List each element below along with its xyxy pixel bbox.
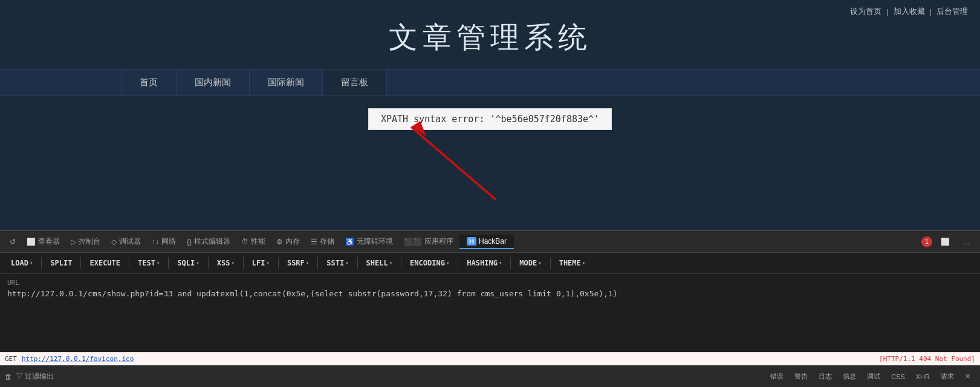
toolbar-divider-9	[357, 257, 358, 269]
hackbar-hashing-button[interactable]: HASHING ▾	[462, 256, 507, 270]
toolbar-divider-4	[168, 257, 169, 269]
toolbar-divider-10	[401, 257, 401, 269]
network-log-row: GET http://127.0.0.1/favicon.ico [HTTP/1…	[0, 352, 980, 365]
bottom-tab-warnings[interactable]: 警告	[790, 369, 813, 383]
url-label: URL	[7, 279, 973, 287]
console-icon: ▷	[71, 238, 76, 246]
site-title: 文章管理系统	[0, 18, 980, 57]
inspector-icon: ⬜	[27, 238, 36, 246]
devtools-tab-inspector[interactable]: ⬜ 查看器	[22, 234, 65, 249]
bottom-tab-debug[interactable]: 调试	[862, 369, 885, 383]
devtools-tab-style[interactable]: {} 样式编辑器	[182, 234, 235, 249]
devtools-tab-accessibility[interactable]: ♿ 无障碍环境	[340, 234, 398, 249]
toolbar-divider-6	[243, 257, 244, 269]
devtools-tabs-bar: ↺ ⬜ 查看器 ▷ 控制台 ◇ 调试器 ↑↓ 网络 {} 样式编辑器 ⏱ 性能 …	[0, 231, 980, 253]
devtools-tab-network[interactable]: ↑↓ 网络	[147, 234, 181, 249]
hackbar-xss-button[interactable]: XSS ▾	[212, 256, 239, 270]
bottom-tabs: 错误 警告 日志 信息 调试 CSS XHR 请求 ✕	[765, 369, 975, 383]
bottom-tab-logs[interactable]: 日志	[814, 369, 837, 383]
bottom-tab-close[interactable]: ✕	[960, 370, 975, 383]
toolbar-divider-3	[129, 257, 129, 269]
storage-icon: ☰	[311, 238, 317, 246]
admin-link[interactable]: 后台管理	[936, 6, 968, 17]
network-icon: ↑↓	[152, 238, 159, 246]
hackbar-encoding-button[interactable]: ENCODING ▾	[405, 256, 454, 270]
toolbar-divider-13	[550, 257, 551, 269]
nav-item-domestic[interactable]: 国内新闻	[177, 70, 250, 96]
accessibility-icon: ♿	[345, 238, 354, 246]
debugger-icon: ◇	[111, 238, 117, 246]
memory-icon: ⚙	[276, 238, 283, 246]
error-message: XPATH syntax error: '^be56e057f20f883e^'	[368, 108, 612, 130]
bottom-tab-xhr[interactable]: XHR	[911, 371, 935, 383]
add-bookmark-link[interactable]: 加入收藏	[894, 6, 925, 17]
top-links: 设为首页 | 加入收藏 | 后台管理	[850, 6, 968, 17]
hackbar-mode-button[interactable]: MODE ▾	[514, 256, 546, 270]
filter-area: 🗑 ▽ 过滤输出	[5, 371, 765, 382]
hackbar-theme-button[interactable]: THEME ▾	[554, 256, 591, 270]
hackbar-test-button[interactable]: TEST ▾	[133, 256, 164, 270]
site-title-area: 文章管理系统	[0, 0, 980, 69]
nav-item-guestbook[interactable]: 留言板	[323, 70, 387, 96]
devtools-resize-icon[interactable]: ⬜	[936, 235, 955, 249]
toolbar-divider-12	[510, 257, 511, 269]
bottom-tab-requests[interactable]: 请求	[936, 369, 959, 383]
devtools-tab-debugger[interactable]: ◇ 调试器	[106, 234, 146, 249]
log-method: GET	[5, 355, 17, 363]
hackbar-shell-button[interactable]: SHELL ▾	[362, 256, 398, 270]
url-area: URL http://127.0.0.1/cms/show.php?id=33 …	[0, 274, 980, 303]
devtools-refresh-icon[interactable]: ↺	[5, 235, 21, 249]
hackbar-execute-button[interactable]: EXECUTE	[85, 256, 125, 270]
hackbar-load-button[interactable]: LOAD ▾	[6, 256, 37, 270]
toolbar-divider-11	[458, 257, 458, 269]
nav-item-international[interactable]: 国际新闻	[250, 70, 323, 96]
filter-output-label[interactable]: ▽ 过滤输出	[16, 371, 54, 382]
devtools-bottom-bar: 🗑 ▽ 过滤输出 错误 警告 日志 信息 调试 CSS XHR 请求 ✕	[0, 365, 980, 387]
nav-bar: 首页 国内新闻 国际新闻 留言板	[0, 69, 980, 96]
application-icon: ⬛⬛	[404, 238, 422, 246]
devtools-tab-hackbar[interactable]: H HackBar	[459, 235, 514, 249]
website-area: 设为首页 | 加入收藏 | 后台管理 文章管理系统 首页 国内新闻 国际新闻 留…	[0, 0, 980, 230]
devtools-tab-storage[interactable]: ☰ 存储	[306, 234, 339, 249]
hackbar-toolbar: LOAD ▾ SPLIT EXECUTE TEST ▾ SQLI ▾ XSS ▾…	[0, 253, 980, 274]
hackbar-lfi-button[interactable]: LFI ▾	[247, 256, 274, 270]
hackbar-ssrf-button[interactable]: SSRF ▾	[282, 256, 314, 270]
devtools-area: ↺ ⬜ 查看器 ▷ 控制台 ◇ 调试器 ↑↓ 网络 {} 样式编辑器 ⏱ 性能 …	[0, 230, 980, 387]
performance-icon: ⏱	[241, 238, 248, 246]
error-count-badge: 1	[921, 236, 932, 247]
devtools-tab-performance[interactable]: ⏱ 性能	[236, 234, 270, 249]
load-dropdown-arrow: ▾	[30, 260, 33, 266]
log-url[interactable]: http://127.0.0.1/favicon.ico	[22, 355, 134, 363]
toolbar-divider-2	[80, 257, 81, 269]
hackbar-sqli-button[interactable]: SQLI ▾	[172, 256, 204, 270]
nav-item-home[interactable]: 首页	[121, 70, 177, 96]
devtools-tab-console[interactable]: ▷ 控制台	[66, 234, 105, 249]
error-area: XPATH syntax error: '^be56e057f20f883e^'	[0, 96, 980, 142]
bottom-tab-info[interactable]: 信息	[838, 369, 861, 383]
bottom-tab-css[interactable]: CSS	[886, 371, 910, 383]
bottom-tab-errors[interactable]: 错误	[765, 369, 788, 383]
url-value[interactable]: http://127.0.0.1/cms/show.php?id=33 and …	[7, 289, 973, 298]
toolbar-divider-5	[208, 257, 209, 269]
devtools-tab-memory[interactable]: ⚙ 内存	[271, 234, 305, 249]
filter-icon: 🗑	[5, 372, 12, 381]
devtools-more-icon[interactable]: …	[958, 235, 975, 249]
set-homepage-link[interactable]: 设为首页	[850, 6, 881, 17]
hackbar-ssti-button[interactable]: SSTI ▾	[322, 256, 353, 270]
log-status: [HTTP/1.1 404 Not Found]	[879, 355, 975, 363]
hackbar-split-button[interactable]: SPLIT	[45, 256, 77, 270]
devtools-tab-application[interactable]: ⬛⬛ 应用程序	[399, 234, 458, 249]
toolbar-divider-8	[317, 257, 318, 269]
toolbar-divider-7	[278, 257, 279, 269]
toolbar-divider-1	[41, 257, 42, 269]
hackbar-icon: H	[467, 237, 476, 246]
style-icon: {}	[187, 238, 192, 246]
